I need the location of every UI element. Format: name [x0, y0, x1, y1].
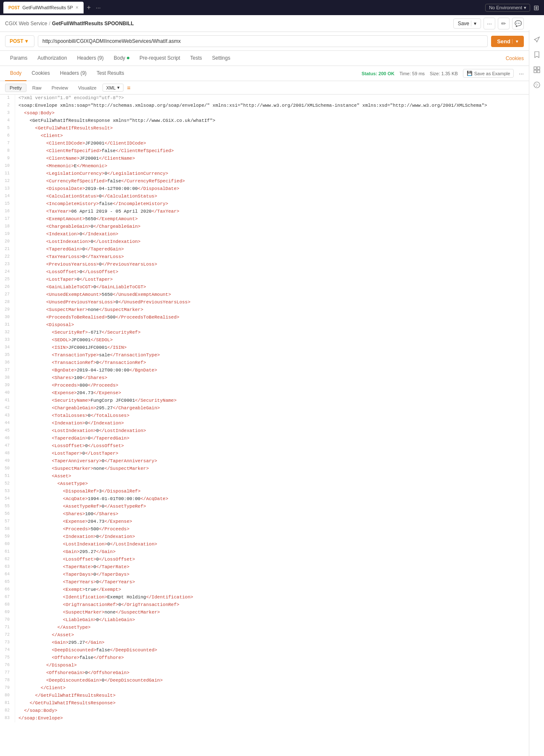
- line-content-45: <LostIndexation>0</LostIndexation>: [15, 427, 529, 435]
- tab-settings[interactable]: Settings: [207, 51, 235, 66]
- line-content-71: </AssetType>: [15, 624, 529, 632]
- time-label: Time: 59 ms: [399, 71, 425, 76]
- line-number-19: 19: [0, 231, 15, 238]
- response-tab-testresults[interactable]: Test Results: [92, 66, 129, 81]
- line-content-57: <Expense>204.73</Expense>: [15, 518, 529, 526]
- right-sidebar: ?: [529, 30, 544, 756]
- line-content-46: <TaperedGain>0</TaperedGain>: [15, 435, 529, 443]
- preview-view-button[interactable]: Preview: [47, 84, 72, 92]
- save-button[interactable]: Save ▾: [453, 18, 481, 29]
- line-content-59: <Indexation>0</Indexation>: [15, 533, 529, 541]
- code-line-52: 52 <AssetType>: [0, 480, 529, 488]
- line-number-48: 48: [0, 450, 15, 458]
- format-selector[interactable]: XML ▾: [102, 84, 124, 92]
- edit-button[interactable]: ✏: [498, 18, 510, 29]
- line-content-22: <TaxYearLoss>0</TaxYearLoss>: [15, 253, 529, 261]
- line-number-36: 36: [0, 359, 15, 367]
- cookie-sidebar-icon[interactable]: [531, 79, 543, 91]
- code-line-41: 41 <SecurityName>FungCorp JFC0001</Secur…: [0, 397, 529, 405]
- code-line-35: 35 <TransactionType>sale</TransactionTyp…: [0, 352, 529, 359]
- svg-rect-1: [537, 67, 540, 69]
- save-example-button[interactable]: 💾 Save as Example: [463, 69, 514, 78]
- status-label: Status: 200 OK: [362, 71, 394, 76]
- line-content-83: </soap:Envelope>: [15, 715, 529, 722]
- method-selector[interactable]: POST ▾: [5, 35, 34, 47]
- send-button[interactable]: Send ▾: [491, 36, 524, 47]
- line-number-28: 28: [0, 299, 15, 306]
- code-line-77: 77 <OffshoreGain>0</OffshoreGain>: [0, 669, 529, 677]
- tab-headers[interactable]: Headers (9): [72, 51, 108, 66]
- code-line-19: 19 <Indexation>0</Indexation>: [0, 231, 529, 238]
- line-number-22: 22: [0, 253, 15, 261]
- filter-icon[interactable]: ≡: [127, 84, 130, 91]
- code-line-82: 82 </soap:Body>: [0, 707, 529, 715]
- line-content-55: <AssetTypeRef>0</AssetTypeRef>: [15, 503, 529, 511]
- response-tab-body[interactable]: Body: [5, 66, 26, 81]
- tab-close-icon[interactable]: ×: [76, 5, 79, 11]
- response-tab-cookies[interactable]: Cookies: [26, 66, 55, 81]
- line-number-81: 81: [0, 700, 15, 707]
- xml-code-area[interactable]: 1<?xml version="1.0" encoding="utf-8"?>2…: [0, 95, 529, 753]
- save-example-label: Save as Example: [474, 71, 510, 76]
- tab-authorization[interactable]: Authorization: [32, 51, 72, 66]
- response-tab-headers[interactable]: Headers (9): [55, 66, 92, 81]
- code-line-32: 32 <SecurityRef>-6717</SecurityRef>: [0, 329, 529, 337]
- line-content-48: <LostTaper>0</LostTaper>: [15, 450, 529, 458]
- pretty-view-button[interactable]: Pretty: [5, 84, 26, 92]
- line-number-31: 31: [0, 321, 15, 329]
- code-line-70: 70 <LiableGain>0</LiableGain>: [0, 616, 529, 624]
- code-line-79: 79 </Client>: [0, 685, 529, 692]
- line-content-79: </Client>: [15, 685, 529, 692]
- tab-tests[interactable]: Tests: [185, 51, 207, 66]
- code-line-57: 57 <Expense>204.73</Expense>: [0, 518, 529, 526]
- more-options-button[interactable]: ···: [484, 18, 495, 29]
- more-tabs-icon[interactable]: ···: [94, 4, 102, 11]
- line-number-50: 50: [0, 465, 15, 473]
- line-number-58: 58: [0, 526, 15, 533]
- grid-icon[interactable]: ⊞: [532, 4, 541, 12]
- line-number-70: 70: [0, 616, 15, 624]
- tab-params[interactable]: Params: [5, 51, 32, 66]
- line-number-68: 68: [0, 601, 15, 609]
- viewer-toolbar: Pretty Raw Preview Visualize XML ▾ ≡: [0, 81, 529, 95]
- line-number-43: 43: [0, 412, 15, 420]
- line-content-2: <soap:Envelope xmlns:soap="http://schema…: [15, 102, 529, 110]
- code-line-80: 80 </GetFullWhatIfResultsResult>: [0, 692, 529, 700]
- line-number-35: 35: [0, 352, 15, 359]
- send-sidebar-icon[interactable]: [531, 34, 543, 45]
- line-content-41: <SecurityName>FungCorp JFC0001</Security…: [15, 397, 529, 405]
- code-line-59: 59 <Indexation>0</Indexation>: [0, 533, 529, 541]
- code-line-1: 1<?xml version="1.0" encoding="utf-8"?>: [0, 95, 529, 102]
- code-line-63: 63 <TaperRate>0</TaperRate>: [0, 564, 529, 571]
- tab-body[interactable]: Body: [109, 51, 134, 66]
- tab-prerequest[interactable]: Pre-request Script: [134, 51, 185, 66]
- code-line-22: 22 <TaxYearLoss>0</TaxYearLoss>: [0, 253, 529, 261]
- comment-button[interactable]: 💬: [512, 18, 524, 29]
- visualize-view-button[interactable]: Visualize: [74, 84, 101, 92]
- active-tab[interactable]: POST GetFullWhatIfResults 5P ×: [3, 2, 84, 13]
- line-number-18: 18: [0, 223, 15, 231]
- line-content-80: </GetFullWhatIfResultsResult>: [15, 692, 529, 700]
- line-content-50: <SuspectMarker>none</SuspectMarker>: [15, 465, 529, 473]
- line-number-21: 21: [0, 246, 15, 253]
- line-number-11: 11: [0, 170, 15, 178]
- line-number-78: 78: [0, 677, 15, 685]
- raw-view-button[interactable]: Raw: [28, 84, 46, 92]
- floppy-icon: 💾: [467, 71, 473, 76]
- line-content-53: <DisposalRef>3</DisposalRef>: [15, 488, 529, 495]
- environment-selector[interactable]: No Environment ▾: [485, 4, 530, 12]
- line-content-6: <Client>: [15, 132, 529, 140]
- save-arrow-icon[interactable]: ▾: [471, 21, 476, 26]
- response-more-icon[interactable]: ···: [519, 70, 524, 77]
- code-line-7: 7 <ClientIDCode>JF20001</ClientIDCode>: [0, 140, 529, 148]
- send-arrow-icon[interactable]: ▾: [512, 39, 518, 44]
- url-input[interactable]: [38, 35, 488, 47]
- line-content-19: <Indexation>0</Indexation>: [15, 231, 529, 238]
- line-content-4: <GetFullWhatIfResultsResponse xmlns="htt…: [15, 117, 529, 125]
- line-number-69: 69: [0, 609, 15, 616]
- grid-sidebar-icon[interactable]: [531, 64, 543, 76]
- cookies-link[interactable]: Cookies: [506, 55, 524, 61]
- add-tab-icon[interactable]: +: [85, 4, 92, 11]
- line-content-3: <soap:Body>: [15, 110, 529, 117]
- bookmark-sidebar-icon[interactable]: [531, 49, 543, 61]
